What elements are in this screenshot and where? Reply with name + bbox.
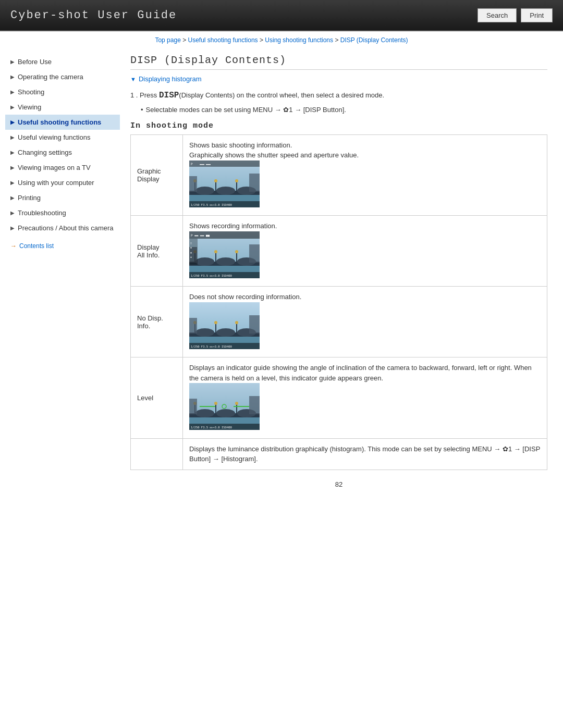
sidebar-label: Shooting: [18, 88, 44, 96]
arrow-icon: ▶: [10, 74, 15, 80]
svg-point-62: [216, 409, 235, 417]
breadcrumb-top[interactable]: Top page: [155, 36, 180, 44]
svg-rect-66: [215, 404, 216, 414]
table-row: DisplayAll Info. Shows recording informa…: [131, 216, 547, 287]
sidebar-item-before-use[interactable]: ▶ Before Use: [5, 54, 120, 69]
content-area: DISP (Display Contents) Displaying histo…: [120, 49, 558, 499]
svg-text:◈: ◈: [190, 255, 192, 258]
sidebar-item-printing[interactable]: ▶ Printing: [5, 190, 120, 205]
arrow-icon: ▶: [10, 225, 15, 231]
svg-text:▬▬▬ ▬▬▬: ▬▬▬ ▬▬▬: [200, 163, 211, 166]
sidebar-label: Useful viewing functions: [18, 133, 90, 141]
svg-rect-68: [236, 404, 237, 414]
svg-point-69: [235, 402, 238, 405]
contents-list-link[interactable]: Contents list: [5, 238, 120, 254]
svg-text:▲: ▲: [190, 251, 192, 254]
row-label: [131, 438, 183, 470]
sidebar-item-viewing[interactable]: ▶ Viewing: [5, 100, 120, 115]
page-number: 82: [130, 470, 547, 493]
arrow-icon: ▶: [10, 119, 15, 125]
breadcrumb-using-shooting[interactable]: Using shooting functions: [265, 36, 333, 44]
svg-point-53: [235, 321, 238, 324]
arrow-icon: ▶: [10, 104, 15, 110]
svg-rect-13: [249, 174, 260, 192]
svg-text:1/250  F3.5  ㎜+3.0  ISO400: 1/250 F3.5 ㎜+3.0 ISO400: [191, 203, 232, 206]
sidebar-item-viewing-tv[interactable]: ▶ Viewing images on a TV: [5, 160, 120, 175]
arrow-icon: ▶: [10, 165, 15, 170]
sidebar-item-precautions[interactable]: ▶ Precautions / About this camera: [5, 220, 120, 236]
print-button[interactable]: Print: [521, 8, 553, 22]
row-desc: Does not show recording information.: [183, 287, 547, 357]
arrow-icon: ▶: [10, 150, 15, 155]
svg-rect-50: [215, 323, 216, 334]
svg-point-51: [214, 321, 217, 324]
row-desc: Displays an indicator guide showing the …: [183, 357, 547, 439]
table-row: GraphicDisplay Shows basic shooting info…: [131, 134, 547, 216]
shooting-mode-subtitle: In shooting mode: [130, 121, 547, 130]
row-desc: Displays the luminance distribution grap…: [183, 438, 547, 470]
row-label: Level: [131, 357, 183, 439]
svg-rect-32: [249, 244, 260, 263]
contents-link-label: Contents list: [19, 242, 54, 250]
svg-text:1/250  F3.5  ㎜+3.0  ISO400: 1/250 F3.5 ㎜+3.0 ISO400: [191, 274, 232, 277]
sidebar-item-useful-shooting[interactable]: ▶ Useful shooting functions: [5, 115, 120, 130]
svg-point-28: [214, 250, 217, 253]
svg-text:1/250  F3.5  ㎜+3.0  ISO400: 1/250 F3.5 ㎜+3.0 ISO400: [191, 345, 232, 348]
search-button[interactable]: Search: [478, 8, 517, 22]
svg-point-67: [214, 402, 217, 405]
sidebar-label: Printing: [18, 194, 41, 202]
arrow-icon: ▶: [10, 59, 15, 65]
bullet-item-1: Selectable modes can be set using MENU →…: [141, 105, 547, 115]
main-layout: ▶ Before Use ▶ Operating the camera ▶ Sh…: [0, 49, 563, 499]
svg-rect-55: [249, 315, 260, 334]
table-row: No Disp.Info. Does not show recording in…: [131, 287, 547, 357]
app-title: Cyber-shot User Guide: [10, 9, 177, 22]
sidebar-label: Precautions / About this camera: [18, 224, 114, 232]
table-row: Level Displays an indicator guide showin…: [131, 357, 547, 439]
row-label: DisplayAll Info.: [131, 216, 183, 287]
camera-preview-1: P ▬▬▬ ▬▬▬ 1/250 F3.5 ㎜+3.0 ISO400: [189, 161, 260, 207]
arrow-icon: ▶: [10, 180, 15, 186]
breadcrumb: Top page > Useful shooting functions > U…: [0, 31, 563, 49]
svg-rect-10: [236, 181, 237, 192]
svg-point-45: [195, 328, 214, 337]
svg-point-11: [235, 179, 238, 182]
sidebar-item-troubleshooting[interactable]: ▶ Troubleshooting: [5, 205, 120, 220]
sidebar-item-using-computer[interactable]: ▶ Using with your computer: [5, 175, 120, 190]
svg-rect-8: [215, 181, 216, 192]
camera-preview-4: 1/250 F3.5 ㎜+3.0 ISO400: [189, 383, 260, 430]
breadcrumb-useful-shooting[interactable]: Useful shooting functions: [188, 36, 258, 44]
disp-key: DISP: [159, 91, 179, 100]
row-desc: Shows recording information.: [183, 216, 547, 287]
arrow-icon: ▶: [10, 210, 15, 216]
page-title: DISP (Display Contents): [130, 54, 547, 70]
svg-point-61: [195, 409, 214, 417]
sidebar-item-useful-viewing[interactable]: ▶ Useful viewing functions: [5, 130, 120, 145]
sidebar-item-shooting[interactable]: ▶ Shooting: [5, 84, 120, 100]
svg-rect-29: [236, 252, 237, 263]
camera-preview-3: 1/250 F3.5 ㎜+3.0 ISO400: [189, 302, 260, 349]
sidebar-label: Before Use: [18, 58, 52, 66]
sidebar-label: Viewing: [18, 103, 41, 111]
svg-point-23: [216, 257, 235, 266]
sidebar-label: Viewing images on a TV: [18, 164, 91, 171]
sidebar-item-operating[interactable]: ▶ Operating the camera: [5, 69, 120, 84]
row-label: No Disp.Info.: [131, 287, 183, 357]
svg-point-46: [216, 328, 235, 337]
svg-text:1/250  F3.5  ㎜+3.0  ISO400: 1/250 F3.5 ㎜+3.0 ISO400: [191, 426, 232, 429]
camera-preview-2: P ▬▬ ▬▬ ■■ □ ⊞ ▲ ◈ 1/250 F3.5 ㎜+3.0 ISO4…: [189, 231, 260, 278]
sidebar-label: Using with your computer: [18, 179, 94, 187]
display-modes-table: GraphicDisplay Shows basic shooting info…: [130, 134, 547, 470]
svg-rect-70: [189, 399, 197, 414]
svg-rect-12: [189, 176, 197, 192]
sidebar-label: Operating the camera: [18, 73, 83, 81]
svg-point-4: [216, 187, 235, 195]
breadcrumb-disp[interactable]: DISP (Display Contents): [340, 36, 408, 44]
row-label: GraphicDisplay: [131, 134, 183, 216]
displaying-histogram-link[interactable]: Displaying histogram: [130, 75, 547, 83]
svg-rect-71: [249, 396, 260, 414]
row-desc: Shows basic shooting information.Graphic…: [183, 134, 547, 216]
arrow-icon: ▶: [10, 89, 15, 95]
svg-rect-52: [236, 323, 237, 334]
sidebar-item-changing-settings[interactable]: ▶ Changing settings: [5, 145, 120, 160]
